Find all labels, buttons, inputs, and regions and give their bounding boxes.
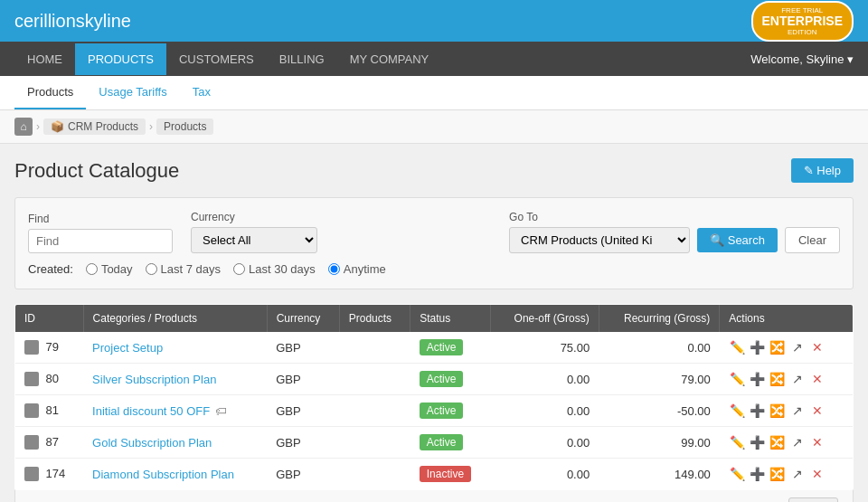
- cell-products: [339, 332, 410, 364]
- cell-currency: GBP: [267, 364, 339, 395]
- export-icon[interactable]: ↗: [788, 338, 807, 356]
- breadcrumb-products[interactable]: Products: [156, 118, 213, 135]
- export-icon[interactable]: ↗: [788, 433, 807, 451]
- edit-icon[interactable]: ✏️: [729, 338, 747, 356]
- table-row: 79 Project Setup GBP Active 75.00 0.00 ✏…: [15, 332, 854, 364]
- nav-billing[interactable]: BILLING: [267, 43, 337, 75]
- delete-icon[interactable]: ✕: [808, 433, 826, 451]
- cell-oneoff: 0.00: [491, 427, 599, 459]
- subnav-usage-tariffs[interactable]: Usage Tariffs: [86, 76, 179, 109]
- copy-icon[interactable]: ➕: [749, 338, 767, 356]
- cell-actions: ✏️ ➕ 🔀 ↗ ✕: [720, 427, 854, 459]
- nav-mycompany[interactable]: MY COMPANY: [337, 43, 442, 75]
- col-id: ID: [15, 305, 84, 333]
- status-badge: Active: [420, 434, 464, 450]
- edit-icon[interactable]: ✏️: [729, 402, 747, 420]
- cell-recurring: 0.00: [599, 332, 720, 364]
- table-row: 174 Diamond Subscription Plan GBP Inacti…: [15, 459, 854, 490]
- table-footer: Results found: 5 |◄ ◄ Page 1 of 1 ► ►| R…: [14, 490, 854, 502]
- nav-customers[interactable]: CUSTOMERS: [166, 43, 267, 75]
- move-icon[interactable]: 🔀: [769, 338, 787, 356]
- move-icon[interactable]: 🔀: [769, 433, 787, 451]
- cell-recurring: 99.00: [599, 427, 720, 459]
- product-name-link[interactable]: Initial discount 50 OFF: [92, 404, 210, 418]
- created-label: Created:: [28, 262, 73, 276]
- radio-today[interactable]: Today: [86, 262, 133, 276]
- rows-per-page: Rows per page: 102550100: [707, 497, 838, 502]
- export-icon[interactable]: ↗: [788, 402, 807, 420]
- cell-name: Diamond Subscription Plan: [83, 459, 267, 490]
- radio-last7[interactable]: Last 7 days: [146, 262, 222, 276]
- cell-actions: ✏️ ➕ 🔀 ↗ ✕: [720, 364, 854, 395]
- search-panel: Find Currency Select All Go To CRM Produ…: [14, 197, 854, 289]
- breadcrumb-home[interactable]: ⌂: [14, 118, 33, 136]
- status-badge: Active: [420, 371, 464, 387]
- cell-recurring: 79.00: [599, 364, 720, 395]
- goto-group: Go To CRM Products (United Ki 🔍 Search C…: [509, 211, 840, 253]
- find-label: Find: [28, 213, 173, 225]
- cell-currency: GBP: [267, 332, 339, 364]
- product-name-link[interactable]: Diamond Subscription Plan: [92, 468, 234, 481]
- clear-button[interactable]: Clear: [785, 227, 840, 253]
- cell-products: [339, 459, 410, 490]
- cell-status: Active: [410, 395, 491, 427]
- find-input[interactable]: [28, 229, 173, 253]
- main-nav: HOME PRODUCTS CUSTOMERS BILLING MY COMPA…: [0, 42, 868, 76]
- currency-select[interactable]: Select All: [191, 227, 317, 253]
- nav-home[interactable]: HOME: [14, 43, 75, 75]
- goto-label: Go To: [509, 211, 840, 223]
- copy-icon[interactable]: ➕: [749, 433, 767, 451]
- delete-icon[interactable]: ✕: [808, 465, 826, 483]
- radio-anytime[interactable]: Anytime: [328, 262, 386, 276]
- sub-nav: Products Usage Tariffs Tax: [0, 76, 868, 110]
- edit-icon[interactable]: ✏️: [729, 370, 747, 388]
- copy-icon[interactable]: ➕: [749, 465, 767, 483]
- delete-icon[interactable]: ✕: [808, 338, 826, 356]
- move-icon[interactable]: 🔀: [769, 465, 787, 483]
- product-name-link[interactable]: Gold Subscription Plan: [92, 436, 212, 450]
- goto-select[interactable]: CRM Products (United Ki: [509, 227, 690, 253]
- copy-icon[interactable]: ➕: [749, 370, 767, 388]
- logo: cerillionskyline: [14, 11, 131, 32]
- subnav-tax[interactable]: Tax: [180, 76, 223, 109]
- nav-welcome[interactable]: Welcome, Skyline ▾: [750, 52, 854, 66]
- cell-actions: ✏️ ➕ 🔀 ↗ ✕: [720, 332, 854, 364]
- cell-products: [339, 427, 410, 459]
- delete-icon[interactable]: ✕: [808, 370, 826, 388]
- export-icon[interactable]: ↗: [788, 370, 807, 388]
- cell-id: 79: [15, 332, 84, 364]
- subnav-products[interactable]: Products: [14, 76, 86, 109]
- currency-label: Currency: [191, 211, 317, 223]
- radio-last30[interactable]: Last 30 days: [233, 262, 316, 276]
- logo-sub: skyline: [76, 11, 131, 31]
- product-name-link[interactable]: Project Setup: [92, 341, 163, 355]
- edit-icon[interactable]: ✏️: [729, 433, 747, 451]
- status-badge: Active: [420, 339, 464, 355]
- copy-icon[interactable]: ➕: [749, 402, 767, 420]
- cell-oneoff: 75.00: [491, 332, 599, 364]
- search-button[interactable]: 🔍 Search: [697, 228, 778, 252]
- move-icon[interactable]: 🔀: [769, 370, 787, 388]
- rows-select[interactable]: 102550100: [788, 497, 838, 502]
- table-row: 81 Initial discount 50 OFF🏷 GBP Active 0…: [15, 395, 854, 427]
- edit-icon[interactable]: ✏️: [729, 465, 747, 483]
- status-badge: Inactive: [420, 466, 471, 482]
- delete-icon[interactable]: ✕: [808, 402, 826, 420]
- help-button[interactable]: ✎ Help: [791, 158, 854, 183]
- main-content: Product Catalogue ✎ Help Find Currency S…: [0, 144, 868, 502]
- row-icon: [24, 340, 39, 355]
- tag-icon: 🏷: [215, 404, 227, 418]
- search-row: Find Currency Select All Go To CRM Produ…: [28, 211, 840, 253]
- nav-products[interactable]: PRODUCTS: [75, 43, 166, 75]
- cell-name: Initial discount 50 OFF🏷: [83, 395, 267, 427]
- breadcrumb-crm-products[interactable]: 📦 CRM Products: [43, 118, 146, 135]
- export-icon[interactable]: ↗: [788, 465, 807, 483]
- cell-id: 81: [15, 395, 84, 427]
- table-body: 79 Project Setup GBP Active 75.00 0.00 ✏…: [15, 332, 854, 490]
- cell-name: Silver Subscription Plan: [83, 364, 267, 395]
- row-icon: [24, 467, 39, 481]
- move-icon[interactable]: 🔀: [769, 402, 787, 420]
- enterprise-badge: FREE TRIAL ENTERPRISE EDITION: [751, 1, 854, 42]
- cell-recurring: 149.00: [599, 459, 720, 490]
- product-name-link[interactable]: Silver Subscription Plan: [92, 373, 216, 386]
